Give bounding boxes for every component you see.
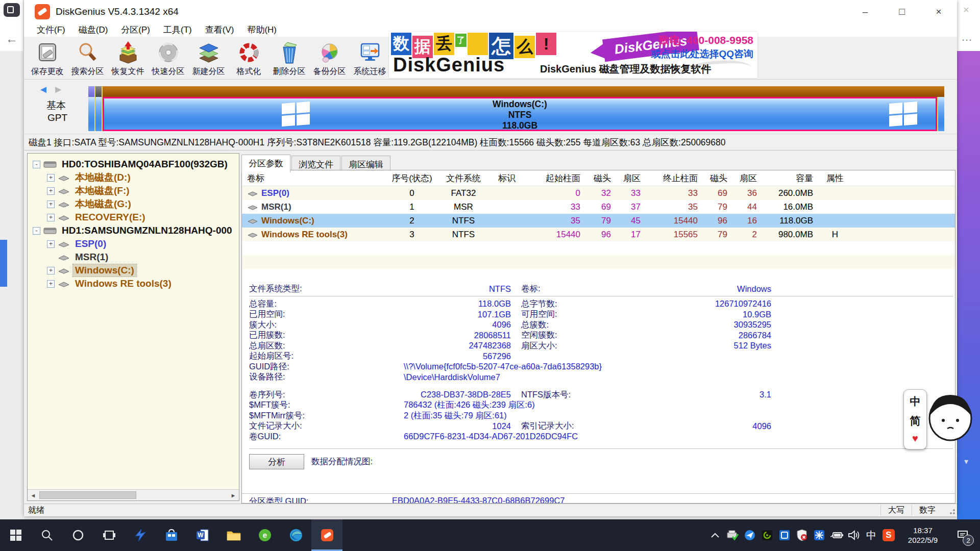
taskbar-app-thunder[interactable] <box>125 519 156 551</box>
taskbar-app-word[interactable]: W <box>187 519 218 551</box>
next-disk-icon[interactable]: ► <box>53 84 63 95</box>
expand-icon[interactable]: + <box>47 201 55 208</box>
task-view-button[interactable] <box>93 519 125 551</box>
analyze-button[interactable]: 分析 <box>249 454 304 469</box>
tree-item-windows-re[interactable]: + Windows RE tools(3) <box>28 277 239 290</box>
ime-language-indicator[interactable]: 中 <box>863 519 880 551</box>
ime-lang-indicator[interactable]: 中 <box>910 394 921 409</box>
scrollbar-thumb[interactable] <box>39 491 136 499</box>
col-capacity[interactable]: 容量 <box>760 172 817 184</box>
tree-item-hd1[interactable]: - HD1:SAMSUNGMZNLN128HAHQ-000 <box>28 224 239 237</box>
prev-disk-icon[interactable]: ◄ <box>38 84 48 95</box>
heart-icon[interactable]: ♥ <box>912 433 918 444</box>
start-button[interactable] <box>0 519 31 551</box>
messenger-bird-icon[interactable] <box>741 519 758 551</box>
ad-qq-link[interactable]: 或点击此处选择QQ咨询 <box>651 47 753 61</box>
col-end-head[interactable]: 磁头 <box>701 172 730 184</box>
system-migrate-button[interactable]: 系统迁移 <box>350 37 390 79</box>
expand-icon[interactable]: + <box>47 267 55 274</box>
maximize-button[interactable]: □ <box>884 0 920 23</box>
tree-horizontal-scrollbar[interactable]: ◄ ► <box>28 489 239 500</box>
intel-graphics-icon[interactable] <box>776 519 793 551</box>
col-index-status[interactable]: 序号(状态) <box>388 172 435 184</box>
browser-tab-icon[interactable] <box>4 3 20 17</box>
taskbar-search-button[interactable] <box>31 519 62 551</box>
col-start-cylinder[interactable]: 起始柱面 <box>522 172 583 184</box>
tree-item-msr[interactable]: MSR(1) <box>28 251 239 264</box>
background-close-icon[interactable]: × <box>963 4 969 16</box>
minimize-button[interactable]: – <box>847 0 884 23</box>
tree-item-drive-f[interactable]: + 本地磁盘(F:) <box>28 184 239 197</box>
snowflake-icon[interactable] <box>811 519 828 551</box>
format-button[interactable]: 格式化 <box>229 37 269 79</box>
tree-item-drive-g[interactable]: + 本地磁盘(G:) <box>28 197 239 211</box>
cortana-button[interactable] <box>62 519 93 551</box>
taskbar-app-store[interactable] <box>156 519 187 551</box>
menu-view[interactable]: 查看(V) <box>199 23 241 37</box>
back-arrow-icon[interactable]: ← <box>6 32 18 46</box>
taskbar-app-file-explorer[interactable] <box>218 519 249 551</box>
save-changes-button[interactable]: 保存更改 <box>27 37 67 79</box>
msr-band-segment[interactable] <box>95 86 102 97</box>
col-volume-label[interactable]: 卷标 <box>242 172 388 184</box>
menu-file[interactable]: 文件(F) <box>30 23 72 37</box>
col-start-head[interactable]: 磁头 <box>583 172 614 184</box>
tree-item-recovery-e[interactable]: + RECOVERY(E:) <box>28 211 239 224</box>
notification-center-button[interactable]: 2 <box>948 519 977 551</box>
taskbar-app-edge[interactable] <box>280 519 311 551</box>
menu-partition[interactable]: 分区(P) <box>114 23 157 37</box>
menu-help[interactable]: 帮助(H) <box>240 23 283 37</box>
tab-partition-params[interactable]: 分区参数 <box>241 155 290 172</box>
expand-icon[interactable]: + <box>47 214 55 221</box>
tree-item-hd0[interactable]: - HD0:TOSHIBAMQ04ABF100(932GB) <box>28 158 239 171</box>
resize-grip[interactable] <box>943 504 957 516</box>
ad-banner[interactable]: 数 据 丢 了 怎 么 ! DiskGenius 致电: 400-008-995… <box>389 32 757 78</box>
menu-tools[interactable]: 工具(T) <box>157 23 199 37</box>
new-partition-button[interactable]: 新建分区 <box>188 37 229 79</box>
col-start-sector[interactable]: 扇区 <box>614 172 644 184</box>
quick-partition-button[interactable]: 快速分区 <box>148 37 188 79</box>
collapse-icon[interactable]: - <box>33 161 40 168</box>
tree-item-esp[interactable]: + ESP(0) <box>28 237 239 251</box>
collapse-icon[interactable]: - <box>33 227 40 235</box>
expand-icon[interactable]: + <box>47 280 55 288</box>
esp-band-segment[interactable] <box>88 86 94 97</box>
search-partition-button[interactable]: 搜索分区 <box>67 37 108 79</box>
battery-plug-icon[interactable] <box>828 519 845 551</box>
menu-disk[interactable]: 磁盘(D) <box>72 23 115 37</box>
sogou-tray-icon[interactable]: S <box>880 519 897 551</box>
backup-partition-button[interactable]: 备份分区 <box>309 37 350 79</box>
scroll-down-caret-icon[interactable]: ▾ <box>964 457 968 466</box>
taskbar-clock[interactable]: 18:37 2022/5/9 <box>897 525 948 545</box>
tree-item-windows-c[interactable]: + Windows(C:) <box>28 264 239 277</box>
col-end-cylinder[interactable]: 终止柱面 <box>644 172 701 184</box>
windows-c-partition-block[interactable]: Windows(C:) NTFS 118.0GB <box>103 97 937 131</box>
table-row[interactable]: ESP(0) 0 FAT32 0 32 33 33 69 36 260.0MB <box>242 186 955 200</box>
tree-item-drive-d[interactable]: + 本地磁盘(D:) <box>28 171 239 184</box>
ime-simplified-indicator[interactable]: 简 <box>910 414 921 428</box>
taskbar-app-diskgenius[interactable] <box>311 519 342 551</box>
taskbar-app-browser-green[interactable]: e <box>249 519 280 551</box>
esp-partition-block[interactable] <box>88 97 94 131</box>
col-flag[interactable]: 标识 <box>492 172 522 184</box>
volume-icon[interactable] <box>845 519 863 551</box>
nvidia-icon[interactable] <box>758 519 776 551</box>
expand-icon[interactable]: + <box>47 174 55 182</box>
table-row[interactable]: Windows RE tools(3) 3 NTFS 15440 96 17 1… <box>242 228 955 241</box>
printer-ok-icon[interactable] <box>724 519 741 551</box>
recover-files-button[interactable]: 恢复文件 <box>108 37 148 79</box>
tray-expand-icon[interactable] <box>706 519 724 551</box>
col-end-sector[interactable]: 扇区 <box>730 172 760 184</box>
delete-partition-button[interactable]: 删除分区 <box>269 37 309 79</box>
expand-icon[interactable]: + <box>47 187 55 195</box>
re-tools-partition-block[interactable] <box>938 97 944 131</box>
col-attributes[interactable]: 属性 <box>817 172 853 184</box>
table-row-selected[interactable]: Windows(C:) 2 NTFS 35 79 45 15440 96 16 … <box>242 214 955 228</box>
more-options-icon[interactable]: … <box>961 31 973 44</box>
scroll-left-icon[interactable]: ◄ <box>28 490 39 500</box>
security-shield-icon[interactable] <box>793 519 811 551</box>
col-filesystem[interactable]: 文件系统 <box>435 172 492 184</box>
ime-status-pill[interactable]: 中 简 ♥ <box>903 389 927 449</box>
expand-icon[interactable]: + <box>47 240 55 248</box>
close-button[interactable]: × <box>920 0 957 23</box>
